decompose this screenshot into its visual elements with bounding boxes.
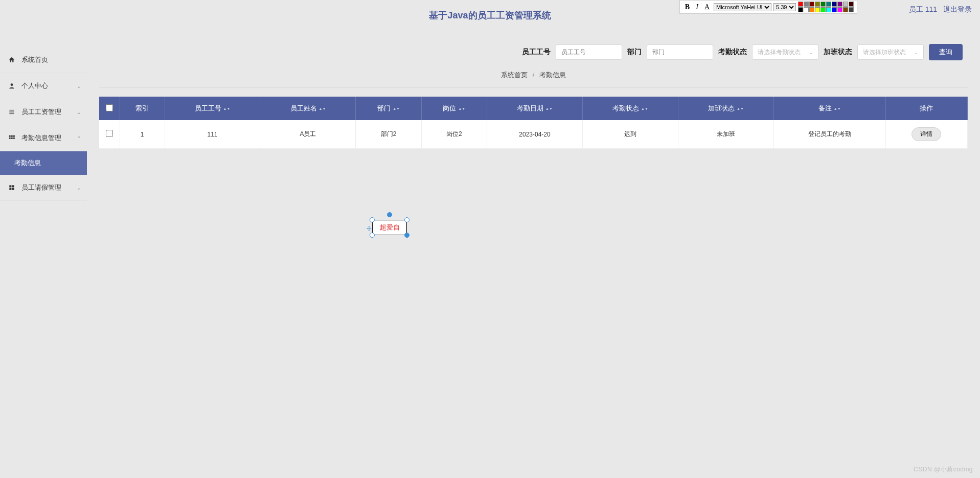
color-swatch[interactable] <box>826 7 831 12</box>
logout-link[interactable]: 退出登录 <box>943 5 972 13</box>
sidebar-item-profile[interactable]: 个人中心 ⌄ <box>0 73 87 99</box>
color-swatch[interactable] <box>837 2 842 7</box>
sort-icon: ▲▼ <box>393 107 400 110</box>
italic-button[interactable]: I <box>694 3 700 11</box>
chevron-down-icon: ⌄ <box>809 50 813 55</box>
color-swatch[interactable] <box>849 2 854 7</box>
color-palette[interactable] <box>798 2 854 12</box>
resize-handle[interactable] <box>404 217 409 222</box>
cell-action: 详情 <box>885 120 967 149</box>
sidebar-item-label: 员工工资管理 <box>21 107 61 117</box>
color-swatch[interactable] <box>849 7 854 12</box>
color-swatch[interactable] <box>843 7 848 12</box>
select-placeholder: 请选择加班状态 <box>863 48 906 57</box>
user-role-label[interactable]: 员工 111 <box>909 5 937 13</box>
svg-rect-7 <box>9 138 11 139</box>
overtime-status-select[interactable]: 请选择加班状态 ⌄ <box>857 44 924 60</box>
search-button[interactable]: 查询 <box>929 44 963 60</box>
color-swatch[interactable] <box>837 7 842 12</box>
select-all-checkbox[interactable] <box>106 104 113 111</box>
sidebar-item-home[interactable]: 系统首页 <box>0 47 87 73</box>
svg-rect-8 <box>11 138 13 139</box>
color-swatch[interactable] <box>821 2 826 7</box>
svg-rect-9 <box>13 138 15 139</box>
color-swatch[interactable] <box>832 7 837 12</box>
color-swatch[interactable] <box>804 2 809 7</box>
font-family-select[interactable]: Microsoft YaHei UI <box>714 3 771 11</box>
grid-icon <box>7 134 16 142</box>
color-swatch[interactable] <box>804 7 809 12</box>
sidebar-subitem-attendance-info[interactable]: 考勤信息 <box>0 151 87 175</box>
bold-button[interactable]: B <box>683 3 692 11</box>
attend-status-label: 考勤状态 <box>718 48 747 57</box>
resize-handle[interactable] <box>370 217 375 222</box>
chevron-up-icon: ⌃ <box>77 135 81 141</box>
color-swatch[interactable] <box>821 7 826 12</box>
attend-status-select[interactable]: 请选择考勤状态 ⌄ <box>752 44 818 60</box>
resize-handle[interactable] <box>404 233 409 238</box>
sort-icon: ▲▼ <box>545 107 553 110</box>
move-handle[interactable] <box>367 225 372 230</box>
select-placeholder: 请选择考勤状态 <box>758 48 801 57</box>
font-size-select[interactable]: 5.39 <box>773 3 796 11</box>
breadcrumb-separator: / <box>533 71 535 79</box>
sort-icon: ▲▼ <box>641 107 648 110</box>
col-date[interactable]: 考勤日期▲▼ <box>487 97 583 120</box>
col-dept[interactable]: 部门▲▼ <box>356 97 421 120</box>
color-swatch[interactable] <box>843 2 848 7</box>
emp-id-input[interactable] <box>556 44 622 60</box>
breadcrumb-home[interactable]: 系统首页 <box>501 71 528 79</box>
sidebar-item-attendance[interactable]: 考勤信息管理 ⌃ <box>0 125 87 151</box>
cell-post: 岗位2 <box>421 120 487 149</box>
cell-attend: 迟到 <box>582 120 678 149</box>
svg-rect-6 <box>13 135 15 137</box>
sidebar: 系统首页 个人中心 ⌄ 员工工资管理 ⌄ 考勤信息管理 ⌃ 考勤信息 员工请假管… <box>0 26 87 477</box>
chevron-down-icon: ⌄ <box>77 109 81 115</box>
sidebar-item-salary[interactable]: 员工工资管理 ⌄ <box>0 99 87 125</box>
emp-id-label: 员工工号 <box>522 48 551 57</box>
row-checkbox[interactable] <box>106 130 113 137</box>
color-swatch[interactable] <box>815 2 820 7</box>
breadcrumb: 系统首页 / 考勤信息 <box>99 63 968 87</box>
apps-icon <box>7 184 16 191</box>
col-attend[interactable]: 考勤状态▲▼ <box>582 97 678 120</box>
detail-button[interactable]: 详情 <box>911 127 941 141</box>
sidebar-item-label: 系统首页 <box>21 55 48 64</box>
color-swatch[interactable] <box>826 2 831 7</box>
color-swatch[interactable] <box>798 2 803 7</box>
sidebar-item-label: 考勤信息管理 <box>21 133 61 143</box>
col-emp-id[interactable]: 员工工号▲▼ <box>165 97 260 120</box>
col-remark[interactable]: 备注▲▼ <box>773 97 885 120</box>
svg-rect-1 <box>9 110 14 110</box>
cell-overtime: 未加班 <box>678 120 773 149</box>
svg-rect-10 <box>9 185 11 187</box>
color-swatch[interactable] <box>815 7 820 12</box>
resize-handle[interactable] <box>370 233 375 238</box>
chevron-down-icon: ⌄ <box>914 50 918 55</box>
col-index[interactable]: 索引 <box>120 97 165 120</box>
chevron-down-icon: ⌄ <box>77 83 81 89</box>
col-overtime[interactable]: 加班状态▲▼ <box>678 97 773 120</box>
color-swatch[interactable] <box>809 7 814 12</box>
attendance-table: 索引 员工工号▲▼ 员工姓名▲▼ 部门▲▼ 岗位▲▼ 考勤日期▲▼ 考勤状态▲▼… <box>99 97 968 149</box>
font-color-button[interactable]: A <box>702 3 712 11</box>
color-swatch[interactable] <box>832 2 837 7</box>
color-swatch[interactable] <box>809 2 814 7</box>
annotation-textbox[interactable]: 超爱自 <box>372 220 407 235</box>
main-content: 员工工号 部门 考勤状态 请选择考勤状态 ⌄ 加班状态 请选择加班状态 ⌄ 查询… <box>87 26 980 477</box>
annotation-text: 超爱自 <box>380 223 400 232</box>
editor-toolbar: B I A Microsoft YaHei UI 5.39 <box>679 0 857 14</box>
color-swatch[interactable] <box>798 7 803 12</box>
svg-rect-4 <box>9 135 11 137</box>
search-bar: 员工工号 部门 考勤状态 请选择考勤状态 ⌄ 加班状态 请选择加班状态 ⌄ 查询 <box>99 41 968 63</box>
cell-index: 1 <box>120 120 165 149</box>
svg-rect-13 <box>12 188 14 190</box>
col-emp-name[interactable]: 员工姓名▲▼ <box>260 97 356 120</box>
rotate-handle[interactable] <box>387 212 392 217</box>
sort-icon: ▲▼ <box>737 107 744 110</box>
dept-input[interactable] <box>647 44 713 60</box>
svg-rect-11 <box>12 185 14 187</box>
col-post[interactable]: 岗位▲▼ <box>421 97 487 120</box>
sort-icon: ▲▼ <box>319 107 326 110</box>
sidebar-item-leave[interactable]: 员工请假管理 ⌄ <box>0 175 87 201</box>
